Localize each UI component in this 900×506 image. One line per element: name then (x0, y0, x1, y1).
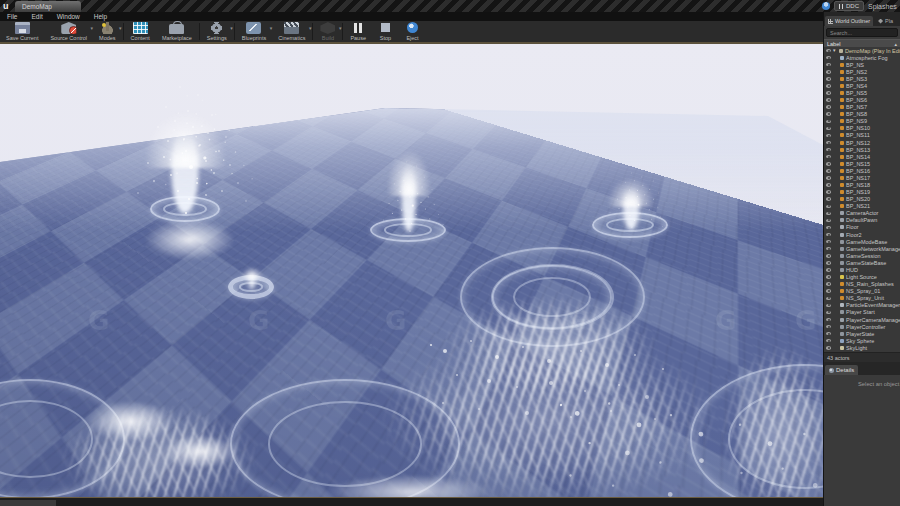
outliner-row-defaultpawn[interactable]: DefaultPawn (824, 217, 900, 224)
menu-file[interactable]: File (0, 12, 24, 21)
menu-edit[interactable]: Edit (24, 12, 49, 21)
visibility-eye-icon[interactable] (826, 197, 831, 201)
outliner-row-bp-ns15[interactable]: BP_NS15 (824, 160, 900, 167)
eject-button[interactable]: Eject (399, 21, 426, 42)
visibility-eye-icon[interactable] (826, 134, 831, 138)
visibility-eye-icon[interactable] (826, 70, 831, 74)
ddc-button[interactable]: DDC (834, 1, 864, 11)
visibility-eye-icon[interactable] (826, 141, 831, 145)
outliner-row-floor[interactable]: Floor (824, 224, 900, 231)
user-icon[interactable] (822, 2, 830, 10)
sort-ascending-icon[interactable]: ▴ (894, 41, 897, 47)
outliner-row-bp-ns11[interactable]: BP_NS11 (824, 132, 900, 139)
visibility-eye-icon[interactable] (826, 49, 831, 53)
cinematics-button[interactable]: Cinematics▾ (272, 21, 311, 42)
visibility-eye-icon[interactable] (826, 240, 831, 244)
outliner-row-bp-ns8[interactable]: BP_NS8 (824, 111, 900, 118)
outliner-row-bp-ns5[interactable]: BP_NS5 (824, 89, 900, 96)
outliner-column-header[interactable]: Label ▴ (824, 39, 900, 47)
visibility-eye-icon[interactable] (826, 254, 831, 258)
visibility-eye-icon[interactable] (826, 311, 831, 315)
outliner-row-gamestatebase[interactable]: GameStateBase (824, 259, 900, 266)
outliner-row-bp-ns16[interactable]: BP_NS16 (824, 167, 900, 174)
outliner-row-bp-ns[interactable]: BP_NS (824, 61, 900, 68)
visibility-eye-icon[interactable] (826, 297, 831, 301)
pause-button[interactable]: Pause (344, 21, 372, 42)
visibility-eye-icon[interactable] (826, 56, 831, 60)
visibility-eye-icon[interactable] (826, 226, 831, 230)
outliner-row-bp-ns3[interactable]: BP_NS3 (824, 75, 900, 82)
outliner-row-ns-rain-splashes[interactable]: NS_Rain_Splashes (824, 281, 900, 288)
outliner-row-bp-ns14[interactable]: BP_NS14 (824, 153, 900, 160)
visibility-eye-icon[interactable] (826, 212, 831, 216)
outliner-row-floor2[interactable]: Floor2 (824, 231, 900, 238)
visibility-eye-icon[interactable] (826, 261, 831, 265)
outliner-row-gamemodebase[interactable]: GameModeBase (824, 238, 900, 245)
outliner-row-sky-sphere[interactable]: Sky Sphere (824, 337, 900, 344)
menu-window[interactable]: Window (50, 12, 87, 21)
visibility-eye-icon[interactable] (826, 155, 831, 159)
outliner-row-bp-ns18[interactable]: BP_NS18 (824, 181, 900, 188)
tab-details[interactable]: Details (825, 365, 858, 375)
menu-help[interactable]: Help (87, 12, 114, 21)
visibility-eye-icon[interactable] (826, 233, 831, 237)
outliner-row-ns-spray-01[interactable]: NS_Spray_01 (824, 288, 900, 295)
outliner-row-bp-ns17[interactable]: BP_NS17 (824, 174, 900, 181)
visibility-eye-icon[interactable] (826, 162, 831, 166)
visibility-eye-icon[interactable] (826, 325, 831, 329)
outliner-row-bp-ns7[interactable]: BP_NS7 (824, 104, 900, 111)
visibility-eye-icon[interactable] (826, 105, 831, 109)
outliner-row-particleeventmanager[interactable]: ParticleEventManager (824, 302, 900, 309)
outliner-row-playercontroller[interactable]: PlayerController (824, 323, 900, 330)
visibility-eye-icon[interactable] (826, 127, 831, 131)
dropdown-caret-icon[interactable]: ▾ (339, 25, 342, 31)
visibility-eye-icon[interactable] (826, 318, 831, 322)
save-current-button[interactable]: Save Current (0, 21, 44, 42)
visibility-eye-icon[interactable] (826, 289, 831, 293)
outliner-row-bp-ns2[interactable]: BP_NS2 (824, 68, 900, 75)
visibility-eye-icon[interactable] (826, 84, 831, 88)
outliner-row-atmospheric-fog[interactable]: Atmospheric Fog (824, 54, 900, 61)
tab-place-actors[interactable]: Pla (875, 16, 896, 26)
content-button[interactable]: Content (125, 21, 156, 42)
outliner-row-cameraactor[interactable]: CameraActor (824, 210, 900, 217)
visibility-eye-icon[interactable] (826, 304, 831, 308)
outliner-row-skylight[interactable]: SkyLight (824, 344, 900, 351)
settings-button[interactable]: Settings▾ (201, 21, 233, 42)
outliner-row-bp-ns12[interactable]: BP_NS12 (824, 139, 900, 146)
visibility-eye-icon[interactable] (826, 120, 831, 124)
dropdown-caret-icon[interactable]: ▾ (119, 25, 122, 31)
visibility-eye-icon[interactable] (826, 77, 831, 81)
expander-icon[interactable]: ▾ (833, 48, 837, 53)
outliner-row-bp-ns19[interactable]: BP_NS19 (824, 189, 900, 196)
tab-world-outliner[interactable]: World Outliner (825, 16, 873, 26)
visibility-eye-icon[interactable] (826, 268, 831, 272)
visibility-eye-icon[interactable] (826, 176, 831, 180)
visibility-eye-icon[interactable] (826, 91, 831, 95)
outliner-row-playercameramanager[interactable]: PlayerCameraManager (824, 316, 900, 323)
outliner-row-gamenetworkmanager[interactable]: GameNetworkManager (824, 245, 900, 252)
outliner-row-bp-ns20[interactable]: BP_NS20 (824, 196, 900, 203)
visibility-eye-icon[interactable] (826, 339, 831, 343)
modes-button[interactable]: Modes▾ (93, 21, 122, 42)
visibility-eye-icon[interactable] (826, 247, 831, 251)
visibility-eye-icon[interactable] (826, 63, 831, 67)
outliner-row-playerstate[interactable]: PlayerState (824, 330, 900, 337)
visibility-eye-icon[interactable] (826, 190, 831, 194)
outliner-row-gamesession[interactable]: GameSession (824, 252, 900, 259)
visibility-eye-icon[interactable] (826, 148, 831, 152)
visibility-eye-icon[interactable] (826, 169, 831, 173)
outliner-row-demomap-play-in-editor-[interactable]: ▾DemoMap (Play In Editor) (824, 47, 900, 54)
outliner-row-bp-ns21[interactable]: BP_NS21 (824, 203, 900, 210)
outliner-row-player-start[interactable]: Player Start (824, 309, 900, 316)
marketplace-button[interactable]: Marketplace (156, 21, 198, 42)
visibility-eye-icon[interactable] (826, 205, 831, 209)
dropdown-caret-icon[interactable]: ▾ (309, 25, 312, 31)
outliner-row-bp-ns9[interactable]: BP_NS9 (824, 118, 900, 125)
outliner-row-bp-ns10[interactable]: BP_NS10 (824, 125, 900, 132)
outliner-row-ns-spray-unit[interactable]: NS_Spray_Unit (824, 295, 900, 302)
visibility-eye-icon[interactable] (826, 219, 831, 223)
stop-button[interactable]: Stop (372, 21, 399, 42)
visibility-eye-icon[interactable] (826, 332, 831, 336)
viewport[interactable]: G G G G G G (0, 42, 823, 498)
